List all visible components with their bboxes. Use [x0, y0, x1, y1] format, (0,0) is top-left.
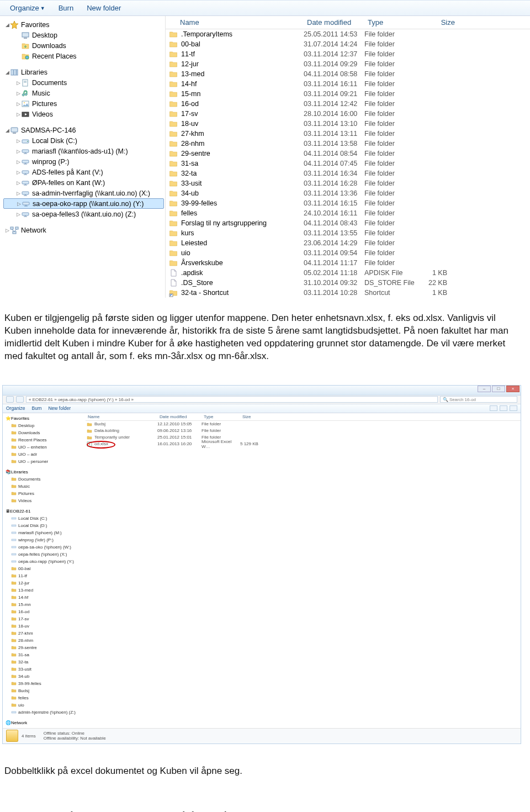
col2-name[interactable]: Name	[86, 414, 157, 419]
breadcrumb[interactable]: « EOB22-61 » oepa-oko-rapp (\\phoen) (Y:…	[26, 396, 438, 403]
search-input[interactable]: 🔍Search 16-od	[440, 396, 517, 403]
file-row[interactable]: .TemporaryItems25.05.2011 14:53File fold…	[166, 29, 530, 39]
nav-fav-item[interactable]: Desktop	[3, 30, 164, 40]
file-row-2[interactable]: Data-kobling09.06.2012 13:16File folder	[86, 428, 521, 434]
nav2-item[interactable]: mariasfl (\\phoen) (M:)	[4, 529, 84, 536]
nav-favorites-header[interactable]: ◢ Favorites	[3, 19, 164, 30]
nav-fav-item[interactable]: Recent Places	[3, 51, 164, 61]
col2-type[interactable]: Type	[202, 414, 240, 419]
file-row[interactable]: 27-khm03.11.2014 13:11File folder	[166, 129, 530, 139]
nav2-network-header[interactable]: 🌐 Network	[4, 719, 84, 726]
nav-computer-header[interactable]: ◢ SADMSA-PC-146	[3, 125, 164, 135]
burn-button-2[interactable]: Burn	[32, 405, 42, 411]
nav2-item[interactable]: 11-tf	[4, 572, 84, 579]
file-row[interactable]: 13-med04.11.2014 08:58File folder	[166, 69, 530, 79]
nav2-computer-header[interactable]: 🖥 EOB22-61	[4, 508, 84, 515]
organize-button-2[interactable]: Organize	[6, 405, 25, 411]
nav2-item[interactable]: Videos	[4, 497, 84, 504]
file-row[interactable]: Leiested23.06.2014 14:29File folder	[166, 238, 530, 248]
file-row-2[interactable]: Temporarily under25.01.2012 15:01File fo…	[86, 434, 521, 441]
file-row[interactable]: Forslag til ny artsgruppering04.11.2014 …	[166, 218, 530, 228]
nav2-item[interactable]: 28-nhm	[4, 637, 84, 644]
preview-button[interactable]	[500, 405, 507, 411]
nav2-item[interactable]: oepa-sa-oko (\\phoen) (W:)	[4, 544, 84, 551]
file-row[interactable]: felles24.10.2014 16:11File folder	[166, 208, 530, 218]
file-row[interactable]: .apdisk05.02.2014 11:18APDISK File1 KB	[166, 268, 530, 278]
file-row[interactable]: 16-od03.11.2014 12:42File folder	[166, 99, 530, 109]
nav-libraries-header[interactable]: ◢ Libraries	[3, 67, 164, 77]
nav2-item[interactable]: 27-khm	[4, 630, 84, 637]
nav2-item[interactable]: 39-99-felles	[4, 680, 84, 687]
col2-size[interactable]: Size	[240, 414, 273, 419]
nav-drive-item[interactable]: ▷sa-admin-tverrfaglig (\\kant.uio.no) (X…	[3, 188, 164, 198]
file-row-2[interactable]: xod.xlsx16.01.2013 16:20Microsoft Excel …	[86, 441, 521, 447]
nav2-item[interactable]: Budsj	[4, 687, 84, 694]
maximize-button[interactable]: □	[492, 386, 505, 392]
close-button[interactable]: ×	[506, 386, 520, 392]
nav2-favorites-header[interactable]: ⭐ Favorites	[4, 415, 84, 422]
file-row[interactable]: 12-jur03.11.2014 09:29File folder	[166, 59, 530, 69]
file-row[interactable]: 28-nhm03.11.2014 13:58File folder	[166, 139, 530, 149]
nav2-item[interactable]: Recent Places	[4, 436, 84, 444]
col-type-header[interactable]: Type	[364, 18, 425, 27]
help-button[interactable]	[510, 405, 517, 411]
nav2-item[interactable]: 14-hf	[4, 594, 84, 601]
nav2-item[interactable]: 18-uv	[4, 623, 84, 630]
nav-network-header[interactable]: ▷ Network	[3, 225, 164, 235]
nav2-item[interactable]: Local Disk (D:)	[4, 522, 84, 529]
nav2-libraries-header[interactable]: 📚 Libraries	[4, 468, 84, 476]
file-row[interactable]: 00-bal31.07.2014 14:24File folder	[166, 39, 530, 49]
nav2-item[interactable]: Local Disk (C:)	[4, 515, 84, 522]
nav2-item[interactable]: 31-sa	[4, 651, 84, 658]
nav2-item[interactable]: UiO – adr	[4, 451, 84, 458]
nav2-item[interactable]: 12-jur	[4, 579, 84, 587]
nav-fav-item[interactable]: Downloads	[3, 40, 164, 51]
nav-drive-item[interactable]: ▷ØPA-felles on Kant (W:)	[3, 177, 164, 188]
file-row[interactable]: 34-ub03.11.2014 13:36File folder	[166, 188, 530, 198]
col-name-header[interactable]: Name	[166, 18, 304, 27]
new-folder-button[interactable]: New folder	[80, 2, 128, 14]
forward-button[interactable]	[16, 396, 24, 403]
nav2-item[interactable]: Desktop	[4, 422, 84, 429]
nav-lib-item[interactable]: ▷Pictures	[3, 98, 164, 109]
nav2-item[interactable]: 34-ub	[4, 673, 84, 680]
nav2-item[interactable]: admin-hjemstre (\\phoen) (Z:)	[4, 709, 84, 716]
nav2-item[interactable]: Pictures	[4, 490, 84, 497]
nav2-item[interactable]: Music	[4, 483, 84, 490]
nav-lib-item[interactable]: ▷Videos	[3, 109, 164, 119]
nav-drive-item[interactable]: ▷sa-oepa-oko-rapp (\\kant.uio.no) (Y:)	[3, 198, 164, 209]
file-row[interactable]: 39-99-felles03.11.2014 16:15File folder	[166, 198, 530, 208]
file-row[interactable]: 14-hf03.11.2014 16:11File folder	[166, 79, 530, 89]
nav2-item[interactable]: felles	[4, 694, 84, 702]
nav2-item[interactable]: 33-usit	[4, 666, 84, 673]
nav2-item[interactable]: Downloads	[4, 429, 84, 436]
file-row[interactable]: Årsverkskube04.11.2014 11:17File folder	[166, 258, 530, 268]
nav2-item[interactable]: Documents	[4, 476, 84, 483]
nav-lib-item[interactable]: ▷Documents	[3, 77, 164, 88]
nav2-item[interactable]: uio	[4, 702, 84, 709]
nav2-item[interactable]: 32-ta	[4, 658, 84, 666]
nav2-item[interactable]: UiO – enheten	[4, 444, 84, 451]
file-row[interactable]: 15-mn03.11.2014 09:21File folder	[166, 89, 530, 99]
nav2-item[interactable]: oepa-felles (\\phoen) (X:)	[4, 551, 84, 558]
file-row[interactable]: 33-usit03.11.2014 16:28File folder	[166, 178, 530, 188]
nav2-item[interactable]: oepa-oko-rapp (\\phoen) (Y:)	[4, 558, 84, 565]
new-folder-button-2[interactable]: New folder	[48, 405, 71, 411]
burn-button[interactable]: Burn	[52, 2, 80, 14]
col-date-header[interactable]: Date modified	[304, 18, 364, 27]
nav-drive-item[interactable]: ▷sa-oepa-felles3 (\\kant.uio.no) (Z:)	[3, 209, 164, 219]
file-row[interactable]: 31-sa04.11.2014 07:45File folder	[166, 159, 530, 168]
file-row-2[interactable]: Budsj12.12.2010 15:05File folder	[86, 421, 521, 428]
col-size-header[interactable]: Size	[425, 18, 458, 27]
file-row[interactable]: 17-sv28.10.2014 16:00File folder	[166, 109, 530, 119]
nav2-item[interactable]: UiO – personer	[4, 458, 84, 465]
nav2-item[interactable]: 29-sentre	[4, 644, 84, 651]
nav2-item[interactable]: 15-mn	[4, 601, 84, 608]
col2-date[interactable]: Date modified	[157, 414, 202, 419]
nav2-item[interactable]: 16-od	[4, 608, 84, 615]
nav-drive-item[interactable]: ▷Local Disk (C:)	[3, 135, 164, 146]
nav-drive-item[interactable]: ▷ADS-felles på Kant (V:)	[3, 167, 164, 177]
file-row[interactable]: 18-uv03.11.2014 13:10File folder	[166, 119, 530, 129]
file-row[interactable]: 32-ta03.11.2014 16:34File folder	[166, 168, 530, 178]
nav-drive-item[interactable]: ▷winprog (P:)	[3, 156, 164, 167]
